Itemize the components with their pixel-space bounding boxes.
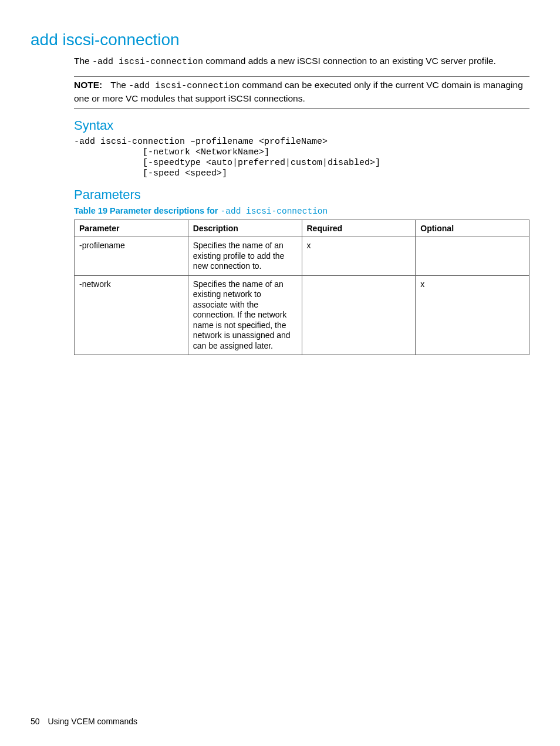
table-row: -network Specifies the name of an existi… [75,275,529,355]
intro-text-pre: The [74,56,92,66]
note-text-pre: The [110,80,129,90]
intro-code: -add iscsi-connection [92,57,203,67]
intro-text-post: command adds a new iSCSI connection to a… [203,56,496,66]
intro-paragraph: The -add iscsi-connection command adds a… [74,55,529,68]
table-head: Parameter Description Required Optional [75,220,529,237]
page-number: 50 [31,717,40,726]
parameters-heading: Parameters [74,187,529,202]
th-optional: Optional [416,220,529,237]
footer-section: Using VCEM commands [48,717,138,726]
table-caption-code: -add iscsi-connection [221,207,328,216]
th-description: Description [188,220,302,237]
table-row: -profilename Specifies the name of an ex… [75,237,529,276]
cell-param: -network [75,275,188,355]
cell-optional: x [416,275,529,355]
body-content: The -add iscsi-connection command adds a… [74,55,529,355]
cell-optional [416,237,529,276]
th-required: Required [302,220,416,237]
table-caption-bold: Table 19 Parameter descriptions for [74,206,221,215]
th-parameter: Parameter [75,220,188,237]
cell-desc: Specifies the name of an existing networ… [188,275,302,355]
note-code: -add iscsi-connection [129,81,239,91]
syntax-block: -add iscsi-connection –profilename <prof… [74,137,529,179]
cell-desc: Specifies the name of an existing profil… [188,237,302,276]
parameters-table: Parameter Description Required Optional … [74,220,529,355]
table-caption: Table 19 Parameter descriptions for -add… [74,206,529,216]
note-label: NOTE: [74,80,102,90]
page-title: add iscsi-connection [31,31,529,49]
cell-param: -profilename [75,237,188,276]
table-header-row: Parameter Description Required Optional [75,220,529,237]
syntax-heading: Syntax [74,118,529,133]
page: add iscsi-connection The -add iscsi-conn… [0,0,560,746]
cell-required: x [302,237,416,276]
note-block: NOTE:The -add iscsi-connection command c… [74,76,529,109]
page-footer: 50Using VCEM commands [31,717,137,726]
cell-required [302,275,416,355]
table-body: -profilename Specifies the name of an ex… [75,237,529,355]
